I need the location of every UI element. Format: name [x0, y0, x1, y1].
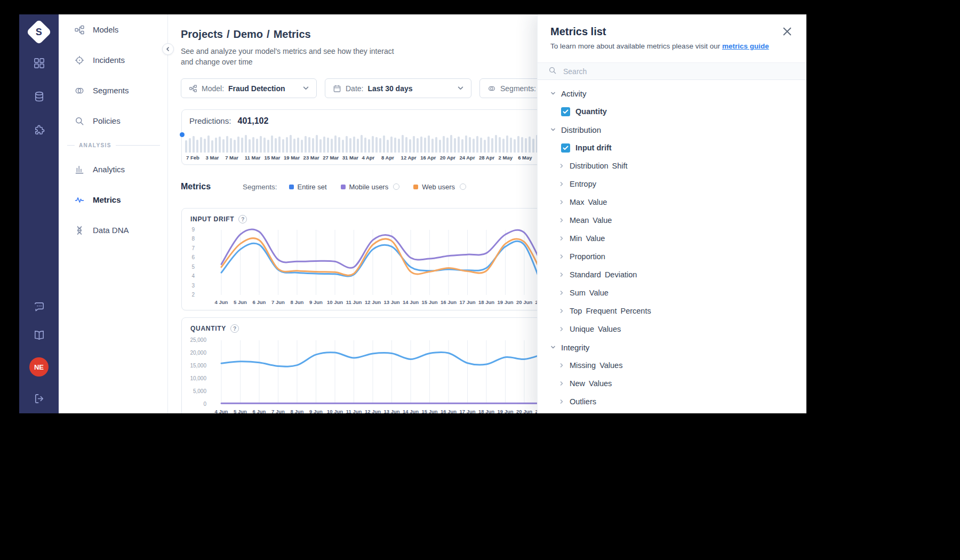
- date-tick-label: 2 May: [499, 155, 513, 161]
- metric-item-mean-value[interactable]: Mean Value: [538, 211, 806, 229]
- metric-item-top-frequent-percents[interactable]: Top Frequent Percents: [538, 302, 806, 320]
- prediction-bar: [237, 137, 239, 153]
- predictions-value: 401,102: [238, 116, 269, 125]
- breadcrumb-demo[interactable]: Demo: [234, 28, 263, 40]
- metric-item-unique-values[interactable]: Unique Values: [538, 320, 806, 338]
- svg-text:9 Jun: 9 Jun: [309, 299, 323, 305]
- sidebar-item-label: Incidents: [93, 55, 125, 65]
- chevron-right-icon: [559, 399, 564, 404]
- app-logo[interactable]: S: [26, 19, 52, 45]
- metric-item-outliers[interactable]: Outliers: [538, 393, 806, 411]
- metric-label: Min Value: [570, 234, 605, 243]
- close-icon[interactable]: [781, 25, 794, 38]
- chart-title: INPUT DRIFT: [190, 215, 234, 223]
- sidebar-item-incidents[interactable]: Incidents: [59, 45, 167, 75]
- checkbox-checked[interactable]: [561, 107, 570, 116]
- puzzle-icon[interactable]: [33, 124, 45, 137]
- metric-item-input-drift[interactable]: Input drift: [538, 139, 806, 157]
- svg-text:8 Jun: 8 Jun: [291, 299, 304, 305]
- chevron-left-icon: [165, 46, 171, 52]
- legend-item-mobile-users[interactable]: Mobile users: [341, 183, 400, 191]
- metric-item-proportion[interactable]: Proportion: [538, 247, 806, 266]
- metric-item-entropy[interactable]: Entropy: [538, 175, 806, 193]
- metrics-guide-link[interactable]: metrics guide: [722, 42, 769, 50]
- sidebar-item-segments[interactable]: Segments: [59, 75, 167, 106]
- prediction-bar: [301, 140, 303, 153]
- chevron-right-icon: [559, 363, 564, 368]
- prediction-bar: [349, 138, 351, 153]
- sidebar-item-models[interactable]: Models: [59, 14, 167, 45]
- prediction-bar: [267, 140, 269, 153]
- metric-item-activity[interactable]: Activity: [538, 84, 806, 102]
- svg-text:11 Jun: 11 Jun: [346, 299, 362, 305]
- chevron-right-icon: [559, 272, 564, 277]
- prediction-bar: [338, 137, 340, 153]
- sidebar-item-data-dna[interactable]: Data DNA: [59, 215, 167, 245]
- checkbox-checked[interactable]: [561, 143, 570, 153]
- breadcrumb-projects[interactable]: Projects: [181, 28, 223, 40]
- sidebar-item-analytics[interactable]: Analytics: [59, 154, 167, 185]
- model-icon: [189, 84, 197, 93]
- help-icon[interactable]: [238, 215, 247, 223]
- metric-item-missing-values[interactable]: Missing Values: [538, 356, 806, 374]
- rail-top-icons: [33, 57, 45, 137]
- chart-title: QUANTITY: [190, 325, 226, 332]
- svg-text:0: 0: [203, 401, 206, 407]
- prediction-bar: [428, 135, 430, 153]
- sidebar-item-metrics[interactable]: Metrics: [59, 185, 167, 215]
- metric-item-new-values[interactable]: New Values: [538, 374, 806, 393]
- prediction-bar: [282, 139, 284, 153]
- user-avatar[interactable]: NE: [29, 357, 49, 377]
- chat-icon[interactable]: [33, 301, 45, 313]
- metrics-section-header: Metrics Segments: Entire setMobile users…: [181, 182, 466, 191]
- prediction-bar: [439, 140, 441, 153]
- prediction-bar: [446, 138, 449, 153]
- sidebar-item-label: Policies: [93, 116, 121, 125]
- date-tick-label: 7 Feb: [186, 155, 199, 161]
- metric-item-min-value[interactable]: Min Value: [538, 229, 806, 247]
- metric-item-sum-value[interactable]: Sum Value: [538, 284, 806, 302]
- date-tick-label: 8 Apr: [381, 155, 394, 161]
- docs-icon[interactable]: [33, 329, 45, 341]
- prediction-bar: [353, 137, 355, 153]
- prediction-bar: [499, 137, 501, 153]
- metric-item-quantity[interactable]: Quantity: [538, 102, 806, 121]
- svg-text:3: 3: [191, 283, 195, 289]
- legend-item-web-users[interactable]: Web users: [413, 183, 466, 191]
- range-handle[interactable]: [180, 132, 185, 137]
- breadcrumb-metrics[interactable]: Metrics: [274, 28, 311, 40]
- app-window: S NE Models Incidents Segments Poli: [19, 14, 806, 413]
- legend-item-entire-set[interactable]: Entire set: [289, 183, 327, 191]
- sidebar-item-policies[interactable]: Policies: [59, 106, 167, 136]
- database-icon[interactable]: [33, 91, 45, 103]
- search-input[interactable]: [562, 67, 796, 76]
- metric-item-max-value[interactable]: Max Value: [538, 193, 806, 211]
- panel-subtitle: To learn more about available metrics pl…: [550, 42, 794, 50]
- help-icon[interactable]: [230, 324, 239, 333]
- metric-item-distribution-shift[interactable]: Distribution Shift: [538, 157, 806, 175]
- chevron-right-icon: [559, 199, 564, 205]
- prediction-bar: [402, 135, 404, 153]
- metric-label: Entropy: [570, 180, 596, 188]
- grid-icon[interactable]: [33, 57, 45, 69]
- chevron-right-icon: [559, 163, 564, 169]
- metric-item-distribution[interactable]: Distribution: [538, 121, 806, 139]
- logout-icon[interactable]: [33, 393, 45, 405]
- prediction-bar: [327, 138, 329, 153]
- metric-item-standard-deviation[interactable]: Standard Deviation: [538, 266, 806, 284]
- sidebar-item-label: Models: [93, 25, 118, 34]
- segment-ring-icon[interactable]: [460, 183, 466, 190]
- model-filter-dropdown[interactable]: Model: Fraud Detection: [181, 78, 317, 98]
- svg-text:18 Jun: 18 Jun: [478, 299, 494, 305]
- metric-item-integrity[interactable]: Integrity: [538, 338, 806, 356]
- chevron-down-icon: [458, 85, 463, 91]
- breadcrumb-separator: /: [267, 28, 270, 40]
- date-tick-label: 16 Apr: [420, 155, 436, 161]
- segment-ring-icon[interactable]: [393, 183, 399, 190]
- metric-label: New Values: [570, 379, 612, 388]
- svg-text:8 Jun: 8 Jun: [291, 409, 304, 413]
- sidebar-collapse-button[interactable]: [162, 43, 174, 55]
- date-filter-dropdown[interactable]: Date: Last 30 days: [325, 78, 471, 98]
- prediction-bar: [319, 139, 322, 153]
- svg-text:9: 9: [191, 227, 195, 233]
